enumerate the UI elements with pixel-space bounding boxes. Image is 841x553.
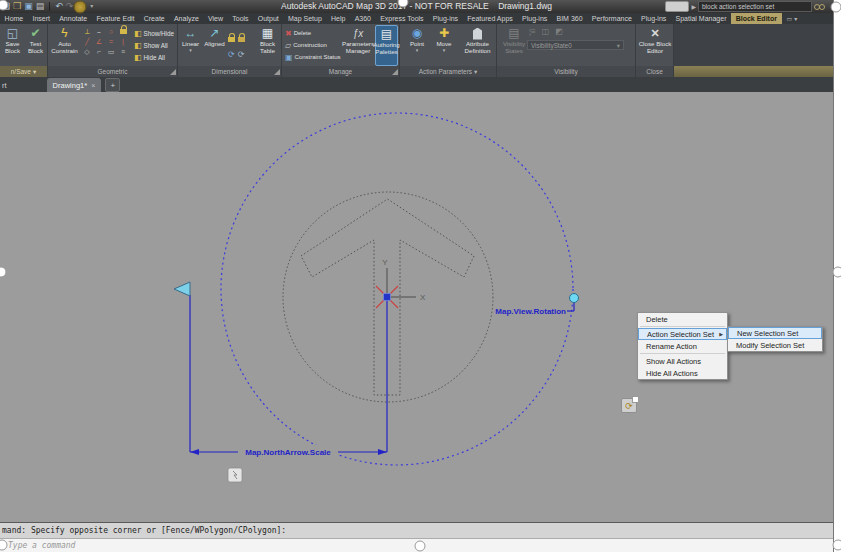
tab-tools[interactable]: Tools [228, 13, 254, 24]
fix-lock-icon[interactable] [117, 27, 129, 37]
caret-down-icon: ▾ [617, 41, 620, 51]
tab-insert[interactable]: Insert [28, 13, 55, 24]
tab-home[interactable]: Home [0, 13, 28, 24]
annotation-handle[interactable] [831, 2, 841, 13]
make-invisible-icon[interactable]: ◩ [555, 27, 563, 36]
tab-block-editor[interactable]: Block Editor [731, 13, 781, 24]
tab-output[interactable]: Output [253, 13, 283, 24]
tangent-icon[interactable]: ◇ [81, 47, 93, 57]
tab-help[interactable]: Help [326, 13, 350, 24]
geometric-dialog-launcher[interactable] [170, 69, 176, 75]
block-table-button[interactable]: ▦ Block Table [255, 25, 280, 66]
tab-view[interactable]: View [203, 13, 227, 24]
parameters-manager-button[interactable]: ƒx Parameters Manager [342, 25, 374, 66]
tab-bim-360[interactable]: BIM 360 [552, 13, 587, 24]
tab-feature-edit[interactable]: Feature Edit [92, 13, 139, 24]
panel-title-open-save[interactable]: n/Save▾ [0, 66, 47, 77]
save-block-button[interactable]: ◱ Save Block [2, 25, 23, 66]
tab-plug-ins-1[interactable]: Plug-ins [428, 13, 462, 24]
block-editor-canvas[interactable]: Y X Map.NorthArrow.Scale Map.View.Rotati… [0, 92, 833, 522]
auto-constrain-button[interactable]: ϟ Auto Constrain [51, 25, 78, 66]
construction-button[interactable]: ▱Construction [285, 39, 341, 51]
file-tab-drawing1[interactable]: Drawing1*× [47, 78, 102, 92]
search-binoculars-icon[interactable] [814, 2, 825, 11]
tab-express-tools[interactable]: Express Tools [376, 13, 429, 24]
annotation-handle[interactable] [833, 540, 841, 551]
scale-parameter-label[interactable]: Map.NorthArrow.Scale [245, 448, 331, 457]
visibility-states-button[interactable]: ▤ Visibility States [501, 25, 527, 66]
test-block-button[interactable]: ✔ Test Block [25, 25, 46, 66]
annotation-handle[interactable] [415, 541, 426, 552]
parallel-icon[interactable]: ╱ [81, 37, 93, 47]
menu-item-rename-action[interactable]: Rename Action [638, 340, 727, 352]
rotation-parameter-label[interactable]: Map.View.Rotation [495, 307, 566, 316]
tab-map-setup[interactable]: Map Setup [283, 13, 326, 24]
equal-icon[interactable]: ≡ [117, 47, 129, 57]
horizontal-icon[interactable]: = [105, 37, 117, 47]
vertical-icon[interactable]: ∣ [117, 37, 129, 47]
menu-item-modify-selection-set[interactable]: Modify Selection Set [728, 339, 822, 351]
point-button[interactable]: ◉ Point ▾ [406, 25, 428, 66]
smooth-icon[interactable]: ⌐ [93, 47, 105, 57]
panel-icon: ▭ [787, 15, 793, 22]
authoring-palettes-button[interactable]: ▤ Authoring Palettes [375, 25, 398, 66]
save-block-label: Save Block [2, 41, 23, 55]
tab-plug-ins-2[interactable]: Plug-ins [517, 13, 551, 24]
collinear-icon[interactable]: ⌣ [93, 27, 105, 37]
symmetric-icon[interactable]: ▭ [105, 47, 117, 57]
concentric-icon[interactable]: ○ [105, 27, 117, 37]
tab-a360[interactable]: A360 [350, 13, 376, 24]
tab-plug-ins-3[interactable]: Plug-ins [636, 13, 670, 24]
search-expand-arrow-icon[interactable]: ▶ [691, 3, 696, 10]
visibility-state-dropdown[interactable]: VisibilityState0▾ [527, 40, 624, 50]
visibility-mode-icon[interactable]: ¦≡ [529, 27, 536, 36]
ribbon-display-toggle[interactable]: ▭▾ [782, 13, 798, 24]
perpendicular-icon[interactable]: ∠ [93, 37, 105, 47]
menu-item-new-selection-set[interactable]: New Selection Set [728, 327, 822, 339]
authoring-palettes-icon: ▤ [381, 27, 392, 42]
update-icon[interactable]: ⟳ [228, 50, 235, 59]
construction-icon: ▱ [285, 41, 291, 50]
tab-analyze[interactable]: Analyze [169, 13, 203, 24]
manage-dialog-launcher[interactable] [392, 69, 398, 75]
hide-all-button[interactable]: ◧Hide All [134, 51, 174, 63]
panel-title-action-parameters[interactable]: Action Parameters▾ [400, 66, 496, 77]
constraint-status-button[interactable]: ▣Constraint Status [285, 51, 341, 63]
menu-item-show-all-actions[interactable]: Show All Actions [638, 355, 727, 367]
unlock-icon[interactable] [238, 28, 245, 46]
attribute-definition-button[interactable]: Attribute Definition [461, 25, 494, 66]
rotation-grip[interactable] [570, 294, 579, 303]
file-tab-start[interactable]: rt [0, 78, 9, 92]
keyword-field[interactable] [665, 1, 689, 12]
flip-flag-grip[interactable] [174, 282, 190, 296]
tab-create[interactable]: Create [139, 13, 169, 24]
rotate-action-icon[interactable]: ⟳ [621, 398, 637, 413]
convert-icon[interactable]: ⟳ [238, 50, 245, 59]
title-bar: ❏ ❒ ▣ ▤ ↶ ↷ ▾ Autodesk AutoCAD Map 3D 20… [0, 0, 833, 13]
block-table-icon: ▦ [262, 26, 273, 41]
tab-annotate[interactable]: Annotate [55, 13, 92, 24]
selection-circle[interactable] [221, 113, 573, 465]
origin-grip[interactable] [384, 294, 391, 301]
show-all-button[interactable]: ◧Show All [134, 39, 174, 51]
search-input[interactable]: block action selection set [698, 1, 812, 12]
menu-item-action-selection-set[interactable]: Action Selection Set▶ [638, 328, 727, 340]
lock-icon[interactable] [228, 28, 235, 46]
aligned-button[interactable]: ↗ Aligned [203, 25, 226, 66]
close-tab-icon[interactable]: × [91, 82, 95, 89]
linear-button[interactable]: ↔ Linear ▾ [180, 25, 201, 66]
tab-spatial-manager[interactable]: Spatial Manager [671, 13, 731, 24]
tab-featured-apps[interactable]: Featured Apps [463, 13, 518, 24]
show-hide-button[interactable]: ◧Show/Hide [134, 27, 174, 39]
menu-item-delete[interactable]: Delete [638, 313, 727, 325]
dimensional-dialog-launcher[interactable] [274, 69, 280, 75]
move-button[interactable]: ✚ Move ▾ [433, 25, 455, 66]
annotation-handle[interactable] [833, 267, 841, 278]
coincident-icon[interactable]: ⊥ [81, 27, 93, 37]
new-drawing-tab-button[interactable]: + [105, 78, 120, 92]
menu-item-hide-all-actions[interactable]: Hide All Actions [638, 367, 727, 379]
tab-performance[interactable]: Performance [587, 13, 636, 24]
make-visible-icon[interactable]: ◫ [542, 27, 550, 36]
close-block-editor-button[interactable]: ✕ Close Block Editor [638, 25, 672, 66]
delete-button[interactable]: ✖Delete [285, 27, 341, 39]
